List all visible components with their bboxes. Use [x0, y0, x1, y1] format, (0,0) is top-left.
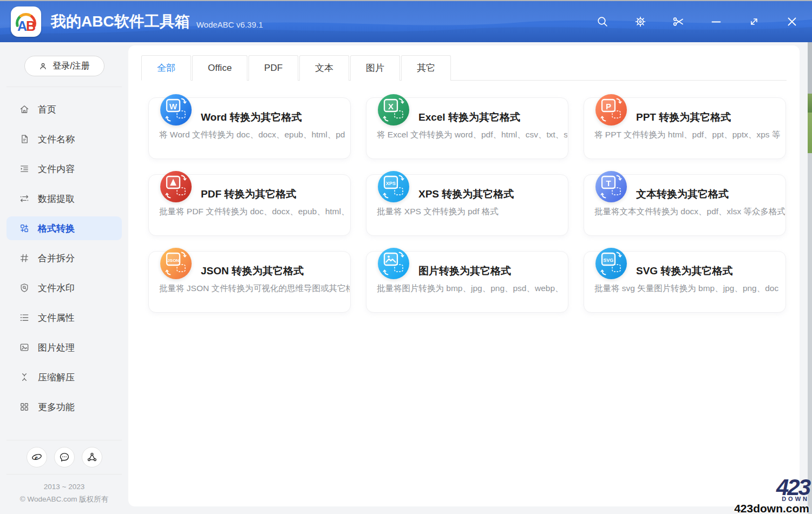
data-extract-icon [19, 193, 30, 204]
tab-other[interactable]: 其它 [401, 55, 451, 81]
sidebar-item-home[interactable]: 首页 [6, 97, 122, 121]
excel-convert-card[interactable]: X Excel 转换为其它格式将 Excel 文件转换为 word、pdf、ht… [366, 97, 568, 159]
svg-text:X: X [388, 102, 394, 111]
xps-convert-card[interactable]: XPS XPS 转换为其它格式批量将 XPS 文件转换为 pdf 格式 [366, 174, 568, 236]
card-description: 将 Excel 文件转换为 word、pdf、html、csv、txt、s [377, 129, 567, 141]
tab-all[interactable]: 全部 [141, 55, 191, 81]
copyright-years: 2013 ~ 2023 [0, 480, 128, 493]
file-name-icon [19, 134, 30, 144]
chat-icon [58, 451, 70, 463]
settings-gear-icon[interactable] [634, 15, 647, 28]
card-title: XPS 转换为其它格式 [418, 187, 514, 201]
sidebar-item-label: 数据提取 [38, 193, 75, 205]
sidebar-item-file-props[interactable]: 文件属性 [6, 306, 122, 330]
resize-maximize-icon[interactable] [748, 15, 761, 28]
card-title: PPT 转换为其它格式 [636, 110, 731, 124]
titlebar: A B 我的ABC软件工具箱 WodeABC v6.39.1 [0, 1, 812, 42]
svg-text:e: e [35, 453, 38, 461]
image-badge-icon [378, 248, 409, 279]
sidebar-item-label: 合并拆分 [38, 252, 75, 265]
card-description: 将 PPT 文件转换为 html、pdf、ppt、pptx、xps 等 [594, 129, 785, 141]
app-version: WodeABC v6.39.1 [197, 20, 263, 29]
share-button[interactable] [82, 447, 102, 467]
file-props-icon [19, 312, 30, 323]
browser-button[interactable]: e [27, 447, 47, 467]
minimize-icon[interactable] [710, 15, 723, 28]
image-convert-card[interactable]: 图片转换为其它格式批量将图片转换为 bmp、jpg、png、psd、webp、 [366, 251, 568, 313]
sidebar-item-merge-split[interactable]: 合并拆分 [6, 246, 122, 270]
ppt-convert-card[interactable]: P PPT 转换为其它格式将 PPT 文件转换为 html、pdf、ppt、pp… [584, 97, 786, 159]
search-icon[interactable] [596, 15, 609, 28]
titlebar-buttons [596, 15, 812, 28]
word-badge-icon: W [160, 94, 192, 126]
svg-text:P: P [606, 102, 611, 111]
tab-image[interactable]: 图片 [350, 55, 400, 81]
sidebar-item-label: 图片处理 [38, 341, 75, 354]
sidebar-item-label: 文件水印 [38, 282, 75, 294]
sidebar-bottom: e 2013 ~ 2023 © WodeABC.com 版权所有 [0, 440, 128, 514]
sidebar-item-compress[interactable]: 压缩解压 [6, 365, 122, 389]
xps-badge-icon: XPS [378, 171, 409, 202]
svg-text:T: T [606, 179, 611, 188]
card-title: 图片转换为其它格式 [418, 264, 511, 278]
login-register-button[interactable]: 登录/注册 [24, 56, 104, 76]
svg-text:W: W [169, 102, 178, 111]
tabbar: 全部OfficePDF文本图片其它 [128, 45, 800, 81]
sidebar-item-more[interactable]: 更多功能 [6, 395, 122, 419]
image-process-icon [19, 342, 30, 353]
app-body: 登录/注册 首页文件名称文件内容数据提取格式转换合并拆分文件水印文件属性图片处理… [0, 42, 812, 514]
main-panel: 全部OfficePDF文本图片其它 W Word 转换为其它格式将 Word 文… [128, 45, 800, 506]
json-badge-icon: JSON [160, 248, 192, 279]
word-convert-card[interactable]: W Word 转换为其它格式将 Word 文件转换为 doc、docx、epub… [148, 97, 351, 159]
card-title: Excel 转换为其它格式 [418, 110, 520, 124]
sidebar-item-label: 文件名称 [38, 133, 75, 146]
pdf-convert-card[interactable]: PDF 转换为其它格式批量将 PDF 文件转换为 doc、docx、epub、h… [148, 174, 351, 236]
copyright-owner: © WodeABC.com 版权所有 [0, 493, 128, 506]
sidebar-item-label: 压缩解压 [38, 371, 75, 384]
tab-pdf[interactable]: PDF [248, 55, 298, 81]
format-convert-icon [19, 223, 30, 234]
sidebar-item-label: 首页 [38, 103, 56, 116]
sidebar-menu: 首页文件名称文件内容数据提取格式转换合并拆分文件水印文件属性图片处理压缩解压更多… [0, 87, 128, 419]
svg-convert-card[interactable]: SVG SVG 转换为其它格式批量将 svg 矢量图片转换为 bmp、jpg、p… [584, 251, 786, 313]
svg-text:XPS: XPS [386, 181, 396, 186]
ppt-badge-icon: P [595, 94, 627, 126]
sidebar-item-label: 更多功能 [38, 401, 75, 413]
sidebar-item-file-content[interactable]: 文件内容 [6, 157, 122, 181]
chat-button[interactable] [54, 447, 75, 467]
copyright: 2013 ~ 2023 © WodeABC.com 版权所有 [0, 475, 128, 514]
file-content-icon [19, 163, 30, 174]
sidebar-item-watermark[interactable]: 文件水印 [6, 276, 122, 300]
svg-text:SVG: SVG [603, 258, 613, 263]
tab-office[interactable]: Office [192, 55, 247, 81]
card-description: 批量将文本文件转换为 docx、pdf、xlsx 等众多格式 [594, 206, 785, 218]
text-convert-card[interactable]: T 文本转换为其它格式批量将文本文件转换为 docx、pdf、xlsx 等众多格… [584, 174, 786, 236]
person-icon [38, 62, 48, 71]
tool-cards-grid: W Word 转换为其它格式将 Word 文件转换为 doc、docx、epub… [128, 81, 800, 313]
desktop-edge-sliver [808, 42, 812, 514]
card-description: 批量将 JSON 文件转换为可视化的思维导图或其它格 [159, 283, 350, 294]
card-description: 将 Word 文件转换为 doc、docx、epub、html、pd [159, 129, 350, 141]
svg-badge-icon: SVG [595, 248, 627, 279]
compress-icon [19, 372, 30, 383]
json-convert-card[interactable]: JSON JSON 转换为其它格式批量将 JSON 文件转换为可视化的思维导图或… [148, 251, 351, 313]
watermark-icon [19, 282, 30, 293]
home-icon [19, 104, 30, 115]
text-badge-icon: T [595, 171, 627, 202]
close-icon[interactable] [785, 15, 798, 28]
sidebar-item-label: 文件属性 [38, 312, 75, 324]
svg-text:JSON: JSON [167, 258, 179, 263]
sidebar-item-file-name[interactable]: 文件名称 [6, 127, 122, 151]
sidebar-item-format-convert[interactable]: 格式转换 [6, 216, 122, 240]
sidebar-item-label: 文件内容 [38, 163, 75, 175]
sidebar-item-image-process[interactable]: 图片处理 [6, 335, 122, 359]
card-title: JSON 转换为其它格式 [201, 264, 304, 278]
sidebar: 登录/注册 首页文件名称文件内容数据提取格式转换合并拆分文件水印文件属性图片处理… [0, 42, 128, 514]
svg-text:B: B [26, 18, 36, 34]
sidebar-item-data-extract[interactable]: 数据提取 [6, 187, 122, 210]
login-register-label: 登录/注册 [53, 61, 89, 72]
card-description: 批量将图片转换为 bmp、jpg、png、psd、webp、 [377, 283, 567, 294]
tab-text[interactable]: 文本 [299, 55, 349, 81]
more-icon [19, 401, 30, 412]
scissors-icon[interactable] [672, 15, 685, 28]
